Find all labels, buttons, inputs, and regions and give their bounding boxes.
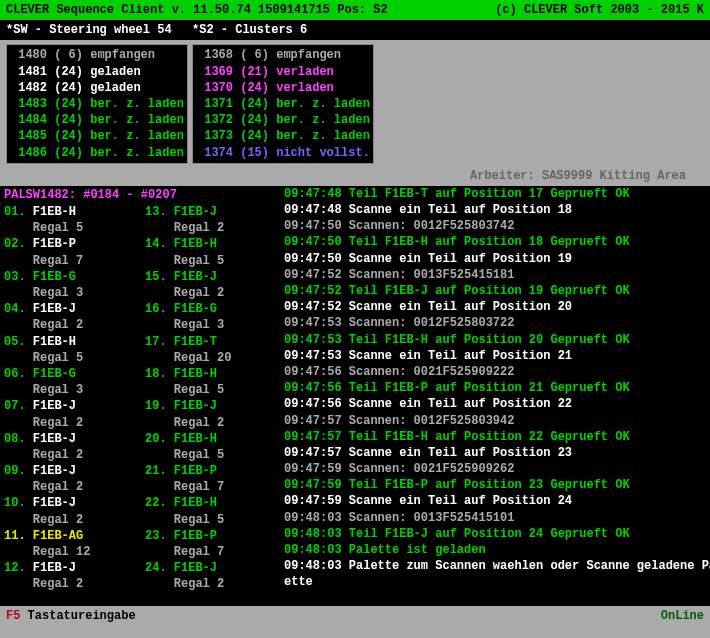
part-regal: Regal 2 bbox=[145, 285, 276, 301]
part-row: 15. F1EB-J bbox=[145, 269, 276, 285]
part-name: F1EB-G bbox=[33, 367, 76, 381]
parts-col-right: 13. F1EB-J Regal 214. F1EB-H Regal 515. … bbox=[145, 204, 276, 593]
part-name: F1EB-AG bbox=[33, 529, 83, 543]
log-line: 09:47:59 Scannen: 0021F525909262 bbox=[284, 461, 706, 477]
part-name: F1EB-J bbox=[33, 302, 76, 316]
log-panel: 09:47:48 Teil F1EB-T auf Position 17 Gep… bbox=[280, 186, 710, 606]
part-regal: Regal 3 bbox=[4, 382, 135, 398]
seq-sw-row: 1482 (24) geladen bbox=[11, 80, 183, 96]
log-line: 09:47:53 Scannen: 0012F525803722 bbox=[284, 315, 706, 331]
log-line: 09:47:52 Teil F1EB-J auf Position 19 Gep… bbox=[284, 283, 706, 299]
part-index: 04. bbox=[4, 302, 33, 316]
part-regal: Regal 5 bbox=[145, 512, 276, 528]
part-index: 16. bbox=[145, 302, 174, 316]
part-name: F1EB-H bbox=[174, 367, 217, 381]
part-regal: Regal 7 bbox=[4, 253, 135, 269]
seq-sw-row: 1484 (24) ber. z. laden bbox=[11, 112, 183, 128]
seq-s2-row: 1370 (24) verladen bbox=[197, 80, 369, 96]
seq-s2-row: 1374 (15) nicht vollst. bbox=[197, 145, 369, 161]
part-regal: Regal 3 bbox=[145, 317, 276, 333]
part-index: 19. bbox=[145, 399, 174, 413]
part-name: F1EB-T bbox=[174, 335, 217, 349]
part-name: F1EB-J bbox=[33, 464, 76, 478]
part-row: 08. F1EB-J bbox=[4, 431, 135, 447]
part-row: 12. F1EB-J bbox=[4, 560, 135, 576]
seq-s2-row: 1371 (24) ber. z. laden bbox=[197, 96, 369, 112]
parts-title: PALSW1482: #0184 - #0207 bbox=[4, 186, 276, 204]
part-index: 02. bbox=[4, 237, 33, 251]
part-index: 11. bbox=[4, 529, 33, 543]
log-line: 09:47:48 Teil F1EB-T auf Position 17 Gep… bbox=[284, 186, 706, 202]
part-regal: Regal 2 bbox=[4, 447, 135, 463]
log-line: 09:47:50 Scannen: 0012F525803742 bbox=[284, 218, 706, 234]
part-index: 15. bbox=[145, 270, 174, 284]
part-index: 09. bbox=[4, 464, 33, 478]
part-index: 12. bbox=[4, 561, 33, 575]
part-name: F1EB-J bbox=[174, 205, 217, 219]
log-line: 09:47:59 Teil F1EB-P auf Position 23 Gep… bbox=[284, 477, 706, 493]
footer-hint[interactable]: F5 Tastatureingabe bbox=[6, 608, 136, 624]
part-regal: Regal 5 bbox=[4, 350, 135, 366]
seq-s2-row: 1372 (24) ber. z. laden bbox=[197, 112, 369, 128]
part-row: 04. F1EB-J bbox=[4, 301, 135, 317]
part-index: 22. bbox=[145, 496, 174, 510]
part-row: 18. F1EB-H bbox=[145, 366, 276, 382]
part-index: 17. bbox=[145, 335, 174, 349]
part-row: 20. F1EB-H bbox=[145, 431, 276, 447]
part-row: 23. F1EB-P bbox=[145, 528, 276, 544]
part-index: 01. bbox=[4, 205, 33, 219]
part-index: 06. bbox=[4, 367, 33, 381]
part-regal: Regal 5 bbox=[145, 253, 276, 269]
seq-s2-row: 1369 (21) verladen bbox=[197, 64, 369, 80]
part-regal: Regal 3 bbox=[4, 285, 135, 301]
log-line: 09:47:57 Scannen: 0012F525803942 bbox=[284, 413, 706, 429]
log-line: 09:48:03 Scannen: 0013F525415101 bbox=[284, 510, 706, 526]
part-row: 16. F1EB-G bbox=[145, 301, 276, 317]
part-row: 22. F1EB-H bbox=[145, 495, 276, 511]
part-index: 23. bbox=[145, 529, 174, 543]
part-name: F1EB-J bbox=[33, 432, 76, 446]
part-name: F1EB-P bbox=[33, 237, 76, 251]
part-name: F1EB-J bbox=[33, 561, 76, 575]
parts-col-left: 01. F1EB-H Regal 502. F1EB-P Regal 703. … bbox=[4, 204, 135, 593]
seq-s2-row: 1368 ( 6) empfangen bbox=[197, 47, 369, 63]
log-line: 09:47:52 Scanne ein Teil auf Position 20 bbox=[284, 299, 706, 315]
part-row: 06. F1EB-G bbox=[4, 366, 135, 382]
log-line: 09:47:48 Scanne ein Teil auf Position 18 bbox=[284, 202, 706, 218]
part-row: 17. F1EB-T bbox=[145, 334, 276, 350]
part-index: 24. bbox=[145, 561, 174, 575]
title-bar: CLEVER Sequence Client v. 11.50.74 15091… bbox=[0, 0, 710, 20]
part-name: F1EB-J bbox=[174, 561, 217, 575]
online-status: OnLine bbox=[661, 608, 704, 624]
part-name: F1EB-P bbox=[174, 464, 217, 478]
part-regal: Regal 20 bbox=[145, 350, 276, 366]
part-row: 05. F1EB-H bbox=[4, 334, 135, 350]
part-regal: Regal 2 bbox=[4, 479, 135, 495]
seq-sw-row: 1486 (24) ber. z. laden bbox=[11, 145, 183, 161]
part-row: 01. F1EB-H bbox=[4, 204, 135, 220]
seq-sw-row: 1483 (24) ber. z. laden bbox=[11, 96, 183, 112]
log-line: 09:47:53 Scanne ein Teil auf Position 21 bbox=[284, 348, 706, 364]
part-name: F1EB-J bbox=[33, 496, 76, 510]
part-row: 10. F1EB-J bbox=[4, 495, 135, 511]
footer-bar: F5 Tastatureingabe OnLine bbox=[0, 606, 710, 626]
part-regal: Regal 7 bbox=[145, 544, 276, 560]
worker-label: Arbeiter: SAS9999 Kitting Area bbox=[0, 166, 710, 186]
seq-header-s2: *S2 - Clusters 6 bbox=[192, 22, 307, 38]
seq-header-sw: *SW - Steering wheel 54 bbox=[6, 22, 192, 38]
part-regal: Regal 5 bbox=[145, 447, 276, 463]
part-row: 07. F1EB-J bbox=[4, 398, 135, 414]
part-name: F1EB-P bbox=[174, 529, 217, 543]
part-regal: Regal 2 bbox=[145, 576, 276, 592]
part-index: 10. bbox=[4, 496, 33, 510]
part-row: 14. F1EB-H bbox=[145, 236, 276, 252]
part-row: 21. F1EB-P bbox=[145, 463, 276, 479]
log-line: 09:47:52 Scannen: 0013F525415181 bbox=[284, 267, 706, 283]
part-regal: Regal 12 bbox=[4, 544, 135, 560]
part-index: 05. bbox=[4, 335, 33, 349]
part-regal: Regal 2 bbox=[4, 512, 135, 528]
part-row: 02. F1EB-P bbox=[4, 236, 135, 252]
log-line: 09:47:50 Teil F1EB-H auf Position 18 Gep… bbox=[284, 234, 706, 250]
part-name: F1EB-H bbox=[33, 335, 76, 349]
part-index: 20. bbox=[145, 432, 174, 446]
